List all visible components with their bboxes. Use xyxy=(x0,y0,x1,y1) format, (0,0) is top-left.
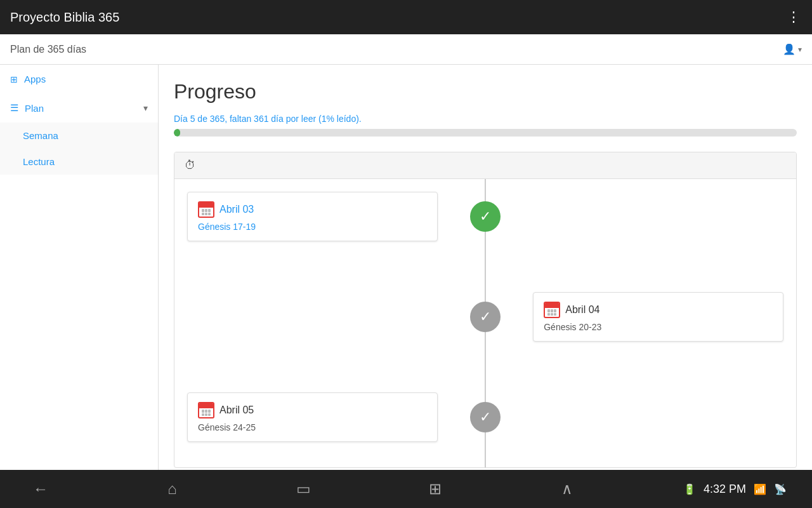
plan-title: Plan de 365 días xyxy=(10,44,86,55)
timeline-entry-april03: Abril 03 Génesis 17-19 ✓ xyxy=(187,192,783,241)
chevron-up-button[interactable]: ∧ xyxy=(552,474,582,504)
bottom-nav: ← ⌂ ▭ ⊞ ∧ 🔋 4:32 PM 📶 📡 xyxy=(0,470,812,508)
home-button[interactable]: ⌂ xyxy=(157,474,187,504)
calendar-icon-april04 xyxy=(544,302,560,318)
progress-info-text: Día 5 de 365, faltan 361 día por leer (1… xyxy=(174,114,797,124)
check-circle-april03[interactable]: ✓ xyxy=(470,201,501,232)
timeline-header: ⏱ xyxy=(174,152,796,179)
sub-bar: Plan de 365 días 👤 ▾ xyxy=(0,34,812,65)
check-circle-april05[interactable]: ✓ xyxy=(470,402,501,432)
recents-button[interactable]: ▭ xyxy=(289,474,319,504)
sidebar-item-semana[interactable]: Semana xyxy=(0,123,158,149)
check-circle-april04[interactable]: ✓ xyxy=(470,302,501,332)
back-button[interactable]: ← xyxy=(25,474,56,504)
calendar-icon-april05 xyxy=(198,402,214,418)
overflow-menu-button[interactable]: ⋮ xyxy=(787,9,802,25)
battery-icon: 🔋 xyxy=(683,483,696,495)
top-bar: Proyecto Biblia 365 ⋮ xyxy=(0,0,812,34)
main-layout: ⊞ Apps ☰ Plan ▾ Semana Lectura Progreso … xyxy=(0,65,812,470)
timeline-entry-april05: Abril 05 Génesis 24-25 ✓ xyxy=(187,392,783,442)
card-date-april03: Abril 03 xyxy=(198,201,427,218)
sidebar-item-apps[interactable]: ⊞ Apps xyxy=(0,65,158,93)
clock-icon: ⏱ xyxy=(185,159,196,172)
plan-chevron-icon: ▾ xyxy=(143,103,148,113)
sidebar: ⊞ Apps ☰ Plan ▾ Semana Lectura xyxy=(0,65,159,470)
content-area: Progreso Día 5 de 365, faltan 361 día po… xyxy=(159,65,812,470)
chevron-down-icon: ▾ xyxy=(798,45,802,54)
timeline-container: ⏱ Abril 03 Génesis 17-19 xyxy=(174,152,797,468)
timeline-card-april03[interactable]: Abril 03 Génesis 17-19 xyxy=(187,192,438,241)
sidebar-item-lectura[interactable]: Lectura xyxy=(0,149,158,175)
wifi-icon: 📶 xyxy=(754,483,766,495)
semana-label: Semana xyxy=(23,130,58,141)
page-title: Progreso xyxy=(174,80,797,104)
progress-bar-fill xyxy=(174,129,180,137)
app-title: Proyecto Biblia 365 xyxy=(10,10,119,25)
calendar-icon-april03 xyxy=(198,201,214,218)
user-icon: 👤 xyxy=(783,43,796,55)
user-menu-button[interactable]: 👤 ▾ xyxy=(783,43,802,55)
plan-label: Plan xyxy=(25,103,44,114)
card-reading-april05: Génesis 24-25 xyxy=(198,422,427,432)
signal-icon: 📡 xyxy=(774,483,787,495)
timeline-entry-april04: Abril 04 Génesis 20-23 ✓ xyxy=(187,292,783,342)
lectura-label: Lectura xyxy=(23,156,55,167)
timeline-card-april05[interactable]: Abril 05 Génesis 24-25 xyxy=(187,392,438,442)
card-date-april05: Abril 05 xyxy=(198,402,427,418)
time-display: 4:32 PM xyxy=(704,483,746,496)
progress-bar xyxy=(174,129,797,137)
card-date-april04: Abril 04 xyxy=(544,302,773,318)
plan-book-icon: ☰ xyxy=(10,102,18,114)
card-reading-april03: Génesis 17-19 xyxy=(198,222,427,232)
apps-button[interactable]: ⊞ xyxy=(420,474,450,504)
card-reading-april04: Génesis 20-23 xyxy=(544,322,773,332)
apps-grid-icon: ⊞ xyxy=(10,74,18,84)
timeline-card-april04[interactable]: Abril 04 Génesis 20-23 xyxy=(533,292,783,342)
status-bar: 🔋 4:32 PM 📶 📡 xyxy=(683,483,787,496)
apps-label: Apps xyxy=(24,74,46,84)
timeline-body: Abril 03 Génesis 17-19 ✓ Abril xyxy=(174,179,796,467)
sidebar-item-plan[interactable]: ☰ Plan ▾ xyxy=(0,93,158,123)
